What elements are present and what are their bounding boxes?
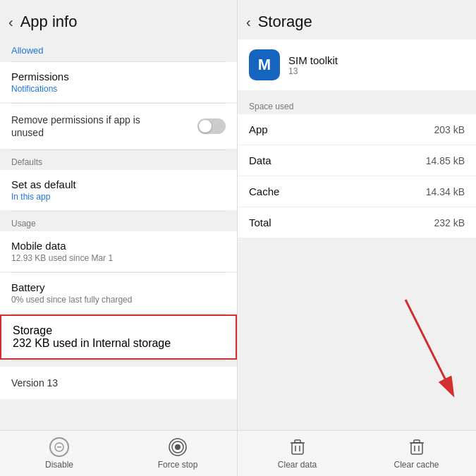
storage-sub: 232 KB used in Internal storage — [13, 337, 224, 350]
right-page-title: Storage — [258, 13, 312, 31]
app-name: SIM toolkit — [288, 54, 338, 66]
bottom-bar-right: Clear data Clear cache — [238, 430, 476, 476]
storage-app-label: App — [249, 123, 268, 135]
svg-rect-7 — [292, 443, 303, 454]
app-version: 13 — [288, 66, 338, 76]
version-row: Version 13 — [0, 367, 237, 399]
permissions-item[interactable]: Permissions Notifications — [0, 62, 237, 102]
set-as-default-sub: In this app — [11, 192, 226, 202]
disable-button[interactable]: Disable — [0, 431, 118, 476]
right-back-arrow-icon[interactable]: ‹ — [246, 14, 251, 30]
usage-section-label: Usage — [0, 212, 237, 231]
svg-point-3 — [175, 444, 181, 450]
svg-rect-12 — [411, 443, 422, 454]
defaults-section-label: Defaults — [0, 150, 237, 170]
storage-cache-label: Cache — [249, 185, 279, 197]
clear-cache-button[interactable]: Clear cache — [357, 431, 476, 476]
storage-row-cache: Cache 14.34 kB — [238, 176, 476, 207]
storage-app-value: 203 kB — [434, 124, 465, 135]
set-as-default-label: Set as default — [11, 178, 226, 190]
app-details: SIM toolkit 13 — [288, 54, 338, 76]
storage-data-label: Data — [249, 154, 271, 166]
version-label: Version 13 — [11, 377, 58, 389]
clear-data-icon — [288, 437, 307, 457]
right-panel: ‹ Storage M SIM toolkit 13 Space used Ap… — [238, 0, 476, 476]
space-used-label: Space used — [238, 96, 476, 114]
force-stop-button[interactable]: Force stop — [118, 431, 237, 476]
disable-label: Disable — [45, 460, 73, 470]
app-icon: M — [249, 49, 280, 80]
left-scroll: Allowed Permissions Notifications Remove… — [0, 39, 237, 430]
clear-cache-icon — [407, 437, 427, 457]
force-stop-icon — [168, 437, 188, 457]
disable-icon — [49, 437, 69, 457]
battery-label: Battery — [11, 281, 226, 293]
red-arrow-indicator — [384, 293, 469, 405]
remove-permissions-row: Remove permissions if app is unused — [0, 104, 237, 149]
storage-cache-value: 14.34 kB — [426, 186, 465, 197]
set-as-default-item[interactable]: Set as default In this app — [0, 170, 237, 210]
force-stop-label: Force stop — [158, 460, 198, 470]
remove-permissions-label: Remove permissions if app is unused — [11, 114, 166, 139]
notifications-sub: Notifications — [11, 84, 226, 94]
svg-line-6 — [405, 300, 448, 384]
mobile-data-label: Mobile data — [11, 240, 226, 252]
storage-row-data: Data 14.85 kB — [238, 145, 476, 176]
mobile-data-item[interactable]: Mobile data 12.93 KB used since Mar 1 — [0, 231, 237, 271]
left-panel: ‹ App info Allowed Permissions Notificat… — [0, 0, 238, 476]
storage-row-app: App 203 kB — [238, 114, 476, 145]
page-title: App info — [20, 13, 78, 31]
clear-data-button[interactable]: Clear data — [238, 431, 357, 476]
right-header: ‹ Storage — [238, 0, 476, 39]
clear-data-label: Clear data — [278, 460, 317, 470]
bottom-bar-left: Disable Force stop — [0, 430, 237, 476]
permissions-label: Permissions — [11, 71, 226, 83]
remove-permissions-toggle[interactable] — [197, 118, 226, 134]
app-info-card: M SIM toolkit 13 — [238, 39, 476, 90]
storage-label: Storage — [13, 324, 224, 337]
back-arrow-icon[interactable]: ‹ — [8, 14, 13, 30]
storage-total-label: Total — [249, 216, 271, 228]
storage-table: App 203 kB Data 14.85 kB Cache 14.34 kB … — [238, 114, 476, 238]
storage-total-value: 232 kB — [434, 217, 465, 228]
storage-row-total: Total 232 kB — [238, 207, 476, 238]
left-header: ‹ App info — [0, 0, 237, 39]
divider-7 — [11, 360, 226, 361]
battery-item[interactable]: Battery 0% used since last fully charged — [0, 273, 237, 313]
clear-cache-label: Clear cache — [393, 460, 439, 470]
allowed-text: Allowed — [0, 39, 237, 61]
storage-data-value: 14.85 kB — [426, 155, 465, 166]
battery-sub: 0% used since last fully charged — [11, 295, 226, 305]
storage-item[interactable]: Storage 232 KB used in Internal storage — [0, 315, 237, 360]
mobile-data-sub: 12.93 KB used since Mar 1 — [11, 253, 226, 263]
